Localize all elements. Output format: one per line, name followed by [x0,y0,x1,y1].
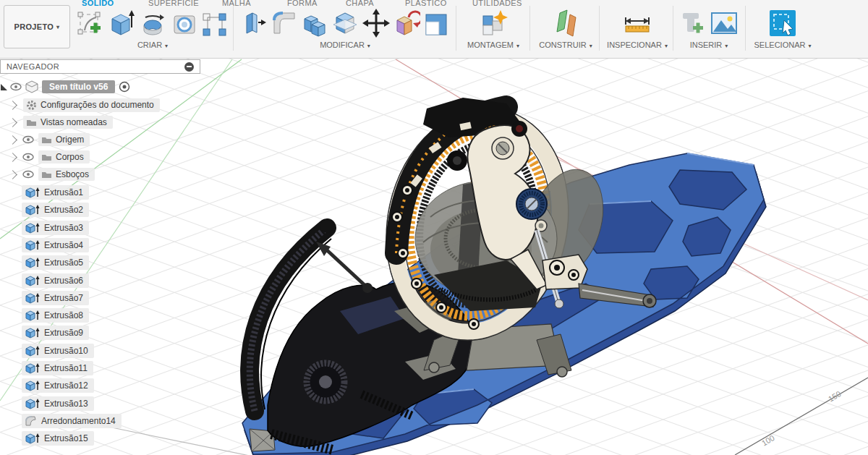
appearance-icon[interactable] [394,9,420,38]
collapse-panel-icon[interactable] [184,62,194,72]
feature-label: Extrusão11 [44,363,88,373]
extrude-feature-icon [25,345,41,357]
tree-item-label: Corpos [56,152,84,162]
split-body-icon[interactable] [332,9,358,38]
fillet-icon[interactable] [271,9,297,38]
construct-plane-icon[interactable] [553,9,579,38]
ribbon-toolbar: SÓLIDO SUPERFÍCIE MALHA FORMA CHAPA PLÁS… [0,0,868,59]
toolbar-divider [529,6,530,51]
eye-icon[interactable] [22,153,34,161]
model-canvas[interactable]: 150 100 [0,58,868,455]
inspecionar-dropdown[interactable]: INSPECIONAR▾ [602,41,673,49]
folder-icon [41,170,52,179]
extrude-feature-icon [25,362,41,374]
hole-icon[interactable] [171,10,197,38]
group-inspecionar: INSPECIONAR▾ [602,7,673,49]
feature-row[interactable]: Extrusão9 [0,325,89,341]
expand-arrow-icon[interactable] [1,84,7,90]
create-sketch-icon[interactable] [77,10,103,38]
modificar-dropdown[interactable]: MODIFICAR▾ [237,41,453,49]
insert-mesh-icon[interactable] [680,9,706,38]
dropdown-caret-icon: ▾ [590,43,592,49]
feature-label: Extrusão6 [44,276,83,286]
dropdown-caret-icon: ▾ [665,43,668,49]
feature-label: Extrusão9 [44,328,83,338]
new-component-icon[interactable] [479,9,508,38]
group-inserir: INSERIR▾ [676,7,742,49]
chevron-right-icon[interactable] [8,170,17,179]
delete-face-icon[interactable] [425,9,448,38]
group-construir: CONSTRUIR▾ [532,7,599,49]
group-modificar: MODIFICAR▾ [237,7,453,49]
extrude-feature-icon [25,239,41,251]
tree-item-origin[interactable]: Origem [0,132,90,148]
select-icon[interactable] [768,9,797,38]
feature-row[interactable]: Extrusão3 [0,220,89,236]
feature-row[interactable]: Extrusão1 [0,184,89,200]
feature-row[interactable]: Arredondamento14 [0,413,122,429]
eye-icon[interactable] [22,170,34,179]
project-label: PROJETO [14,22,54,31]
toolbar-divider [745,6,746,51]
tree-item-document-settings[interactable]: Configurações do documento [0,97,160,113]
extrude-feature-icon [25,380,41,391]
pattern-icon[interactable] [202,10,228,38]
inserir-dropdown[interactable]: INSERIR▾ [676,41,742,49]
tree-root-row[interactable]: Sem título v56 [0,79,130,95]
tree-item-named-views[interactable]: Vistas nomeadas [0,114,113,130]
dropdown-caret-icon: ▾ [165,43,168,49]
move-icon[interactable] [362,9,390,38]
feature-row[interactable]: Extrusão6 [0,273,89,289]
extrude-feature-icon [25,222,41,234]
feature-row[interactable]: Extrusão10 [0,343,94,359]
feature-row[interactable]: Extrusão11 [0,360,93,376]
tree-item-label: Esboços [56,169,89,179]
revolve-icon[interactable] [140,10,167,38]
canvas-image-icon[interactable] [710,9,738,38]
extrude-feature-icon [25,204,41,216]
feature-label: Extrusão3 [44,223,83,233]
dropdown-caret-icon: ▾ [725,43,728,49]
measure-icon[interactable] [623,9,652,38]
root-document-label[interactable]: Sem título v56 [42,80,115,93]
feature-label: Extrusão5 [44,258,83,268]
chevron-right-icon[interactable] [8,101,17,110]
feature-label: Extrusão4 [44,240,83,250]
viewport-3d[interactable]: 150 100 [0,58,868,455]
eye-icon[interactable] [10,82,22,91]
project-menu-button[interactable]: PROJETO ▾ [4,5,70,48]
fillet-feature-icon [25,415,38,427]
montagem-dropdown[interactable]: MONTAGEM▾ [459,41,528,49]
feature-row[interactable]: Extrusão8 [0,307,89,323]
feature-label: Extrusão10 [44,346,88,356]
feature-row[interactable]: Extrusão12 [0,378,94,394]
feature-row[interactable]: Extrusão4 [0,237,89,253]
feature-row[interactable]: Extrusão2 [0,202,89,218]
tree-item-bodies[interactable]: Corpos [0,149,90,165]
browser-header[interactable]: NAVEGADOR [0,59,200,74]
eye-icon[interactable] [22,135,34,144]
criar-dropdown[interactable]: CRIAR▾ [75,41,230,49]
activate-radio-icon[interactable] [119,81,130,93]
folder-icon [41,153,52,161]
feature-label: Extrusão12 [44,380,88,391]
selecionar-dropdown[interactable]: SELECIONAR▾ [748,41,817,49]
combine-icon[interactable] [302,9,328,38]
chevron-right-icon[interactable] [8,135,17,145]
press-pull-icon[interactable] [242,9,267,38]
feature-row[interactable]: Extrusão13 [0,396,94,412]
extrude-icon[interactable] [108,9,135,38]
chevron-right-icon[interactable] [8,153,17,162]
construir-dropdown[interactable]: CONSTRUIR▾ [532,41,599,49]
feature-row[interactable]: Extrusão5 [0,255,89,271]
chevron-right-icon[interactable] [8,118,17,127]
feature-row[interactable]: Extrusão15 [0,430,94,446]
group-criar: CRIAR▾ [75,7,230,49]
gear-icon [26,100,37,111]
feature-label: Extrusão8 [44,310,83,320]
feature-label: Extrusão1 [44,187,83,197]
toolbar-divider [456,6,456,51]
tree-item-sketches[interactable]: Esboços [0,166,95,182]
feature-label: Extrusão2 [44,205,83,215]
feature-row[interactable]: Extrusão7 [0,290,89,306]
